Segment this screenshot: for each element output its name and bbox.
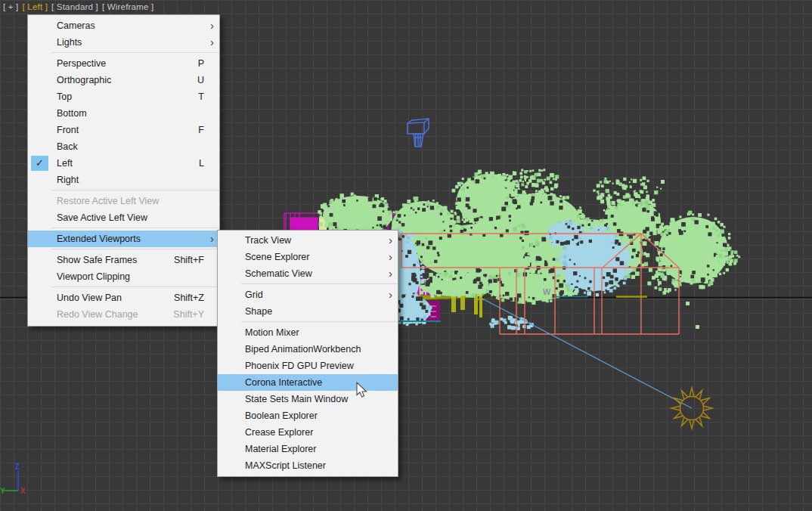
menu-item-scene-explorer[interactable]: Scene Explorer› [218,249,398,265]
menu-item-label: Viewport Clipping [57,271,130,282]
menu-item-label: MAXScript Listener [245,460,326,471]
mouse-cursor [356,382,371,400]
sun-target-line [481,298,692,408]
menu-separator [51,190,219,190]
stray-foliage-pixel [661,180,665,184]
menu-item-shortcut: Shift+Y [158,309,204,320]
menu-item-shortcut: F [183,125,204,135]
axis-gizmo: YZX [0,463,26,495]
viewport-style-label[interactable]: [ Standard ] [51,2,98,11]
menu-item-crease-explorer[interactable]: Crease Explorer [218,424,398,441]
menu-item-extended-viewports[interactable]: Extended Viewports› [28,231,219,247]
submenu-arrow-icon: › [210,20,214,31]
scene-w-label: W [543,287,551,296]
menu-item-label: Perspective [57,58,106,69]
menu-separator [241,283,398,284]
menu-item-shortcut: U [182,75,204,85]
menu-item-label: Redo View Change [57,309,138,320]
menu-item-label: Phoenix FD GPU Preview [245,361,354,371]
menu-item-label: Extended Viewports [57,234,141,244]
viewport-pov-label[interactable]: [ Left ] [23,2,48,11]
viewport-shading-label[interactable]: [ Wireframe ] [102,2,153,11]
menu-item-label: Undo View Pan [57,293,122,303]
menu-item-label: Crease Explorer [245,427,313,438]
menu-item-label: Track View [245,235,291,246]
menu-item-label: Show Safe Frames [57,255,137,265]
menu-item-label: Shape [245,306,272,317]
viewport-general-menu[interactable]: [ + ] [3,2,19,11]
menu-item-right[interactable]: Right [28,172,219,188]
menu-item-grid[interactable]: Grid› [218,286,398,303]
menu-item-undo-view-pan[interactable]: Undo View PanShift+Z [28,290,219,306]
menu-item-shortcut: P [183,58,204,69]
menu-item-shortcut: Shift+F [159,255,204,265]
menu-item-left[interactable]: ✓LeftL [28,155,219,172]
menu-item-label: Scene Explorer [245,252,309,262]
extended-viewports-submenu: Track View›Scene Explorer›Schematic View… [217,230,398,477]
menu-item-label: Boolean Explorer [245,410,318,421]
menu-item-material-explorer[interactable]: Material Explorer [218,441,398,457]
menu-item-track-view[interactable]: Track View› [218,232,398,249]
menu-item-label: Top [57,91,72,102]
menu-item-restore-active-left-view[interactable]: Restore Active Left View [28,193,219,209]
menu-item-schematic-view[interactable]: Schematic View› [218,265,398,282]
menu-item-shortcut: L [184,158,204,169]
menu-item-label: Cameras [57,20,95,31]
menu-item-maxscript-listener[interactable]: MAXScript Listener [218,457,398,474]
menu-item-label: Material Explorer [245,444,316,454]
menu-item-redo-view-change[interactable]: Redo View ChangeShift+Y [28,306,219,323]
menu-item-label: Right [57,175,79,185]
max-viewport: { "viewport_label": { "general": "[ + ]"… [0,0,812,511]
submenu-arrow-icon: › [210,233,214,244]
menu-separator [241,321,398,322]
sky-scatter [489,316,534,330]
menu-item-label: Biped AnimationWorkbench [245,344,361,355]
stray-foliage-pixel [696,325,699,329]
menu-item-perspective[interactable]: PerspectiveP [28,55,219,72]
menu-separator [51,286,219,287]
menu-item-label: Corona Interactive [245,377,322,388]
menu-item-label: Bottom [57,108,87,119]
menu-item-boolean-explorer[interactable]: Boolean Explorer [218,407,398,424]
menu-item-phoenix-fd-gpu-preview[interactable]: Phoenix FD GPU Preview [218,358,398,374]
menu-item-cameras[interactable]: Cameras› [28,17,219,34]
menu-item-label: Lights [57,37,82,48]
submenu-arrow-icon: › [389,234,392,246]
menu-item-shape[interactable]: Shape [218,303,398,320]
menu-item-label: Orthographic [57,75,111,85]
camera-icon [408,119,429,147]
y-axis-label: Y [0,487,5,495]
stray-foliage-pixel [720,259,724,262]
menu-separator [51,228,219,228]
menu-item-label: State Sets Main Window [245,394,348,404]
menu-item-biped-animationworkbench[interactable]: Biped AnimationWorkbench [218,341,398,358]
menu-item-shortcut: Shift+Z [159,293,204,303]
menu-separator [51,249,219,249]
menu-item-label: Grid [245,290,263,300]
menu-item-show-safe-frames[interactable]: Show Safe FramesShift+F [28,252,219,268]
menu-item-label: Front [57,125,79,135]
menu-item-label: Restore Active Left View [57,196,159,206]
menu-item-shortcut: T [183,91,204,102]
menu-item-lights[interactable]: Lights› [28,34,219,51]
stray-foliage-pixel [686,302,690,305]
viewport-label: [ + ] [ Left ] [ Standard ] [ Wireframe … [3,2,153,11]
menu-item-save-active-left-view[interactable]: Save Active Left View [28,209,219,226]
menu-item-label: Schematic View [245,268,312,279]
menu-item-top[interactable]: TopT [28,88,219,105]
submenu-arrow-icon: › [389,268,392,279]
z-axis-label: Z [15,463,20,471]
menu-item-orthographic[interactable]: OrthographicU [28,72,219,88]
menu-item-bottom[interactable]: Bottom [28,105,219,122]
x-axis-label: X [20,487,26,495]
menu-item-label: Back [57,141,78,152]
menu-separator [51,52,219,53]
submenu-arrow-icon: › [210,36,214,48]
menu-item-front[interactable]: FrontF [28,122,219,138]
menu-item-label: Save Active Left View [57,212,147,223]
viewport-context-menu: Cameras›Lights›PerspectivePOrthographicU… [27,14,220,327]
stray-foliage-pixel [497,174,501,178]
menu-item-viewport-clipping[interactable]: Viewport Clipping [28,268,219,285]
menu-item-motion-mixer[interactable]: Motion Mixer [218,324,398,341]
menu-item-back[interactable]: Back [28,138,219,155]
